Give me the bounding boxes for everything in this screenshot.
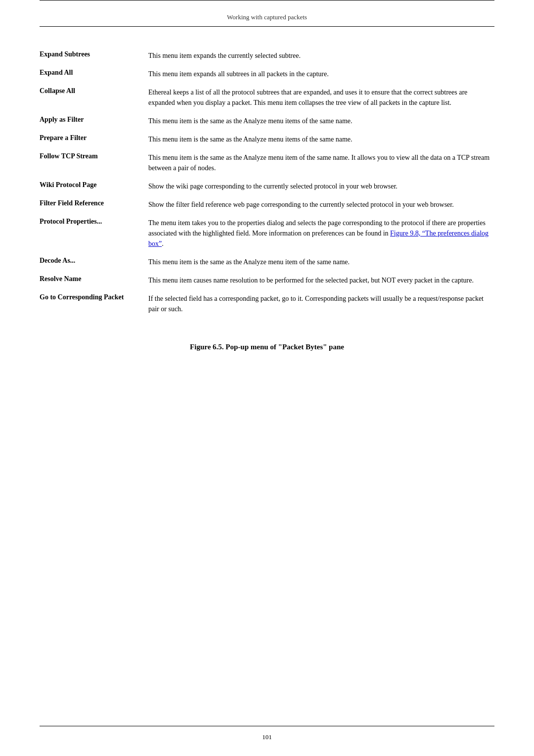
table-row: Collapse AllEthereal keeps a list of all… [40,83,494,112]
main-content: Expand SubtreesThis menu item expands th… [0,42,534,391]
menu-description: This menu item is the same as the Analyz… [148,148,494,177]
menu-term: Go to Corresponding Packet [40,289,148,318]
menu-term: Filter Field Reference [40,195,148,214]
header-top-rule [40,0,494,0]
header-bottom-rule [40,26,494,27]
menu-term: Decode As... [40,253,148,271]
table-row: Expand AllThis menu item expands all sub… [40,65,494,83]
menu-term: Apply as Filter [40,112,148,130]
table-row: Expand SubtreesThis menu item expands th… [40,47,494,65]
table-row: Go to Corresponding PacketIf the selecte… [40,289,494,318]
page: Working with captured packets Expand Sub… [0,0,534,756]
table-row: Follow TCP StreamThis menu item is the s… [40,148,494,177]
menu-description: Show the filter field reference web page… [148,195,494,214]
page-header: Working with captured packets [0,4,534,26]
table-row: Apply as FilterThis menu item is the sam… [40,112,494,130]
menu-description: Show the wiki page corresponding to the … [148,177,494,195]
table-row: Wiki Protocol PageShow the wiki page cor… [40,177,494,195]
table-row: Prepare a FilterThis menu item is the sa… [40,130,494,148]
menu-term: Resolve Name [40,271,148,289]
menu-description: This menu item is the same as the Analyz… [148,130,494,148]
menu-description: The menu item takes you to the propertie… [148,214,494,253]
menu-term: Follow TCP Stream [40,148,148,177]
menu-description: Ethereal keeps a list of all the protoco… [148,83,494,112]
menu-term: Wiki Protocol Page [40,177,148,195]
table-row: Filter Field ReferenceShow the filter fi… [40,195,494,214]
menu-term: Expand Subtrees [40,47,148,65]
page-number: 101 [0,733,534,741]
table-row: Resolve NameThis menu item causes name r… [40,271,494,289]
menu-description: If the selected field has a correspondin… [148,289,494,318]
table-row: Protocol Properties...The menu item take… [40,214,494,253]
menu-description: This menu item expands all subtrees in a… [148,65,494,83]
menu-term: Protocol Properties... [40,214,148,253]
preferences-link[interactable]: Figure 9.8, “The preferences dialog box” [148,230,489,247]
menu-description: This menu item is the same as the Analyz… [148,253,494,271]
table-row: Decode As...This menu item is the same a… [40,253,494,271]
menu-table: Expand SubtreesThis menu item expands th… [40,47,494,318]
footer-rule [40,726,494,726]
menu-term: Prepare a Filter [40,130,148,148]
menu-term: Expand All [40,65,148,83]
header-title: Working with captured packets [227,13,307,21]
menu-description: This menu item is the same as the Analyz… [148,112,494,130]
menu-term: Collapse All [40,83,148,112]
menu-description: This menu item causes name resolution to… [148,271,494,289]
figure-caption: Figure 6.5. Pop-up menu of "Packet Bytes… [40,343,494,351]
menu-description: This menu item expands the currently sel… [148,47,494,65]
